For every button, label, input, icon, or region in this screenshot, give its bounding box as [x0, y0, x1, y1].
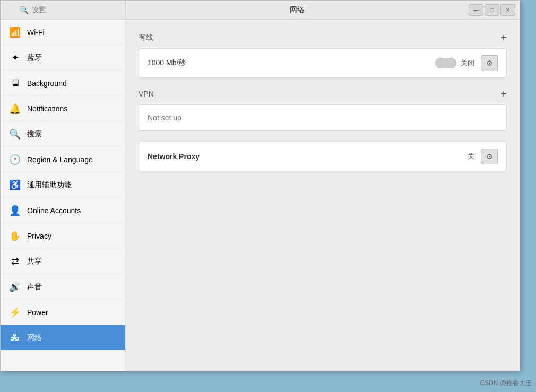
sidebar-item-online-accounts[interactable]: 👤 Online Accounts: [1, 198, 125, 223]
bluetooth-icon: ✦: [9, 52, 21, 64]
wifi-icon: 📶: [9, 27, 21, 38]
titlebar-search-area: 🔍: [1, 1, 126, 19]
online-accounts-icon: 👤: [9, 205, 21, 216]
sharing-icon: ⇄: [9, 256, 21, 267]
power-icon: ⚡: [9, 307, 21, 318]
sidebar-item-search[interactable]: 🔍 搜索: [1, 121, 125, 147]
wired-gear-button[interactable]: ⚙: [481, 55, 498, 71]
notifications-icon: 🔔: [9, 103, 21, 115]
titlebar: 🔍 网络 ─ □ ×: [1, 1, 520, 20]
accessibility-icon: ♿: [9, 179, 21, 191]
sidebar-item-label: 搜索: [27, 129, 42, 139]
wired-toggle-area: 关闭: [435, 58, 474, 68]
titlebar-controls: ─ □ ×: [469, 4, 520, 16]
sidebar-item-label: Wi-Fi: [27, 28, 45, 37]
background-icon: 🖥: [9, 77, 21, 89]
sidebar-item-power[interactable]: ⚡ Power: [1, 300, 125, 325]
sound-icon: 🔊: [9, 281, 21, 293]
watermark: CSDN @拖香大王: [480, 379, 532, 388]
proxy-card-content: Network Proxy 关 ⚙: [139, 142, 506, 171]
search-icon: 🔍: [9, 128, 21, 140]
gear-icon: ⚙: [486, 59, 493, 67]
sidebar-item-region[interactable]: 🕐 Region & Language: [1, 147, 125, 172]
region-icon: 🕐: [9, 154, 21, 165]
network-icon: 🖧: [9, 332, 21, 343]
sidebar-item-accessibility[interactable]: ♿ 通用辅助功能: [1, 172, 125, 198]
vpn-add-button[interactable]: +: [500, 89, 507, 99]
sidebar-item-label: Background: [27, 79, 67, 88]
sidebar-item-label: 声音: [27, 282, 42, 292]
search-icon: 🔍: [20, 6, 29, 14]
sidebar-item-label: Online Accounts: [27, 206, 81, 215]
sidebar-item-label: Privacy: [27, 232, 51, 240]
sidebar-item-label: Region & Language: [27, 155, 93, 164]
sidebar-item-sound[interactable]: 🔊 声音: [1, 274, 125, 300]
wired-speed: 1000 Mb/秒: [148, 58, 429, 68]
wired-card-content: 1000 Mb/秒 关闭 ⚙: [139, 49, 506, 77]
search-input[interactable]: [32, 6, 106, 14]
gear-icon: ⚙: [486, 152, 493, 161]
sidebar-item-bluetooth[interactable]: ✦ 蓝牙: [1, 45, 125, 71]
proxy-status: 关: [468, 152, 474, 161]
maximize-button[interactable]: □: [485, 4, 499, 16]
sidebar-item-label: 通用辅助功能: [27, 180, 72, 190]
sidebar-item-wifi[interactable]: 📶 Wi-Fi: [1, 20, 125, 45]
vpn-section-title: VPN: [139, 90, 154, 98]
proxy-label: Network Proxy: [148, 152, 461, 161]
minimize-button[interactable]: ─: [469, 4, 483, 16]
sidebar-item-label: Notifications: [27, 104, 67, 113]
vpn-not-set-text: Not set up: [139, 105, 506, 130]
sidebar-item-label: 蓝牙: [27, 53, 42, 63]
wired-section-header: 有线 +: [139, 32, 507, 43]
content-area: 📶 Wi-Fi ✦ 蓝牙 🖥 Background 🔔 Notification…: [1, 20, 520, 371]
sidebar-item-label: 共享: [27, 257, 42, 266]
sidebar-item-privacy[interactable]: ✋ Privacy: [1, 223, 125, 249]
proxy-card: Network Proxy 关 ⚙: [139, 142, 507, 171]
wired-card: 1000 Mb/秒 关闭 ⚙: [139, 48, 507, 78]
wired-add-button[interactable]: +: [500, 32, 507, 43]
sidebar-item-notifications[interactable]: 🔔 Notifications: [1, 96, 125, 121]
proxy-gear-button[interactable]: ⚙: [481, 149, 498, 164]
sidebar-item-label: 网络: [27, 333, 42, 343]
sidebar-item-sharing[interactable]: ⇄ 共享: [1, 249, 125, 274]
sidebar-item-label: Power: [27, 308, 48, 317]
vpn-section: VPN + Not set up: [139, 89, 507, 131]
wired-section-title: 有线: [139, 33, 153, 42]
proxy-section: Network Proxy 关 ⚙: [139, 142, 507, 171]
wired-toggle-label: 关闭: [461, 58, 474, 68]
sidebar-item-network[interactable]: 🖧 网络: [1, 325, 125, 351]
close-button[interactable]: ×: [500, 4, 515, 16]
wired-section: 有线 + 1000 Mb/秒 关闭 ⚙: [139, 32, 507, 78]
vpn-section-header: VPN +: [139, 89, 507, 99]
vpn-not-set-card: Not set up: [139, 104, 507, 131]
main-content: 有线 + 1000 Mb/秒 关闭 ⚙: [126, 20, 520, 371]
sidebar: 📶 Wi-Fi ✦ 蓝牙 🖥 Background 🔔 Notification…: [1, 20, 126, 371]
privacy-icon: ✋: [9, 230, 21, 242]
sidebar-item-background[interactable]: 🖥 Background: [1, 71, 125, 96]
wired-toggle[interactable]: [435, 58, 456, 68]
titlebar-title: 网络: [126, 5, 469, 15]
